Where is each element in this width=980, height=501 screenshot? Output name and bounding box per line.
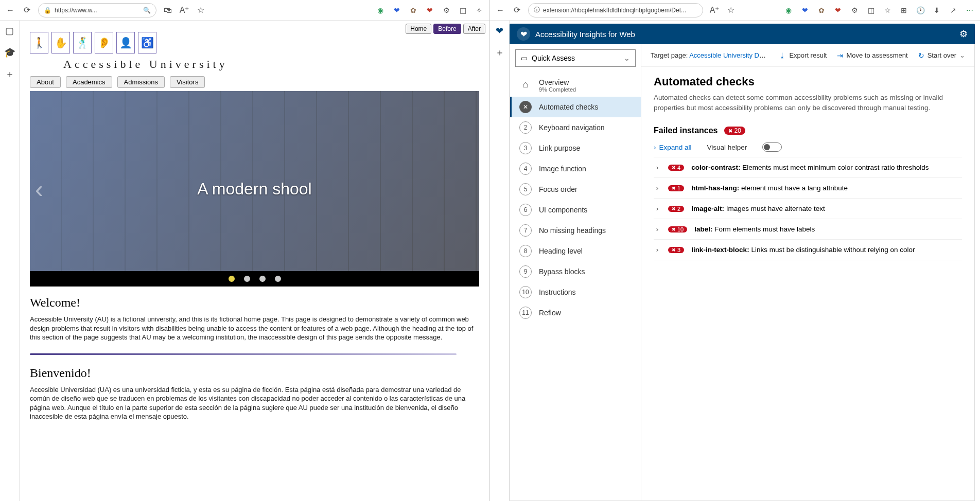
logo-text: Accessible University bbox=[63, 58, 228, 71]
rule-color-contrast[interactable]: ›4color-contrast: Elements must meet min… bbox=[654, 157, 962, 177]
bienvenido-paragraph: Accesible Universidad (UA) es una univer… bbox=[30, 385, 479, 421]
read-aloud-icon[interactable]: A⁺ bbox=[179, 5, 189, 15]
step-label: No missing headings bbox=[539, 226, 606, 235]
assessment-selector[interactable]: ▭ Quick Assess ⌄ bbox=[515, 49, 636, 67]
address-bar[interactable]: ⓘ extension://hbcplehnakffdldhldncjlnbpf… bbox=[528, 3, 703, 17]
nav-step-8[interactable]: 8Heading level bbox=[510, 241, 641, 261]
new-tab-icon[interactable]: ＋ bbox=[494, 46, 506, 59]
share-icon[interactable]: ↗ bbox=[948, 5, 958, 15]
carousel-dot-1[interactable] bbox=[229, 276, 235, 282]
nav-step-2[interactable]: 2Keyboard navigation bbox=[510, 117, 641, 138]
nav-step-9[interactable]: 9Bypass blocks bbox=[510, 261, 641, 282]
ext-green-icon[interactable]: ◉ bbox=[783, 5, 794, 15]
nav-step-1[interactable]: ✕Automated checks bbox=[510, 97, 641, 117]
history-icon[interactable]: 🕑 bbox=[915, 5, 925, 15]
tab-ai-icon[interactable]: ❤ bbox=[494, 25, 506, 37]
downloads-icon[interactable]: ⬇ bbox=[932, 5, 942, 15]
restart-icon: ↻ bbox=[918, 51, 924, 60]
nav-step-3[interactable]: 3Link purpose bbox=[510, 138, 641, 158]
start-over-button[interactable]: ↻Start over⌄ bbox=[918, 51, 965, 60]
step-badge: 4 bbox=[519, 163, 532, 175]
nav-academics[interactable]: Academics bbox=[66, 76, 112, 88]
nav-step-10[interactable]: 10Instructions bbox=[510, 282, 641, 302]
split-icon[interactable]: ◫ bbox=[458, 5, 468, 15]
more-icon[interactable]: ⋯ bbox=[965, 5, 975, 15]
rule-html-has-lang[interactable]: ›1html-has-lang: element must have a lan… bbox=[654, 177, 962, 198]
carousel-dot-4[interactable] bbox=[275, 276, 281, 282]
nav-about[interactable]: About bbox=[30, 76, 61, 88]
rule-label[interactable]: ›10label: Form elements must have labels bbox=[654, 219, 962, 239]
step-label: Automated checks bbox=[539, 103, 598, 111]
ext-green-icon[interactable]: ◉ bbox=[375, 5, 386, 15]
step-badge: 6 bbox=[519, 204, 532, 216]
refresh-icon[interactable]: ⟳ bbox=[512, 5, 522, 15]
nav-step-5[interactable]: 5Focus order bbox=[510, 179, 641, 200]
window-icon: ▭ bbox=[521, 54, 528, 62]
favorite-icon[interactable]: ☆ bbox=[196, 5, 206, 15]
chevron-right-icon: › bbox=[654, 184, 661, 192]
browser-chrome-right: ← ⟳ ⓘ extension://hbcplehnakffdldhldncjl… bbox=[490, 0, 980, 21]
carousel-dot-3[interactable] bbox=[259, 276, 266, 282]
move-icon: ⇥ bbox=[837, 51, 843, 60]
settings-gear-icon[interactable]: ⚙ bbox=[959, 28, 968, 40]
export-label: Export result bbox=[789, 51, 827, 59]
ext-puzzle-icon[interactable]: ⚙ bbox=[441, 5, 451, 15]
nav-overview[interactable]: ⌂Overview9% Completed bbox=[510, 74, 641, 97]
rule-link-in-text-block[interactable]: ›3link-in-text-block: Links must be dist… bbox=[654, 239, 962, 260]
tab-reader-icon[interactable]: 🎓 bbox=[4, 46, 16, 59]
rule-count-badge: 4 bbox=[668, 165, 684, 171]
collections-icon[interactable]: ✧ bbox=[474, 5, 484, 15]
ext-puzzle-icon[interactable]: ⚙ bbox=[849, 5, 860, 15]
export-result-button[interactable]: ⭳Export result bbox=[779, 51, 827, 60]
info-icon: ⓘ bbox=[534, 6, 540, 14]
step-badge: 10 bbox=[519, 286, 532, 298]
ext-heart-icon[interactable]: ❤ bbox=[392, 5, 402, 15]
nav-step-7[interactable]: 7No missing headings bbox=[510, 220, 641, 241]
new-tab-icon[interactable]: ＋ bbox=[4, 68, 16, 80]
split-icon[interactable]: ◫ bbox=[866, 5, 876, 15]
site-content: 🚶 ✋ 🕺 👂 👤 ♿ Accessible University About … bbox=[20, 21, 489, 442]
favorite-icon[interactable]: ☆ bbox=[726, 5, 736, 15]
url-text: https://www.w... bbox=[55, 7, 97, 14]
tab-rail-left: ▢ 🎓 ＋ bbox=[0, 21, 20, 501]
logo-icon-5: 👤 bbox=[116, 32, 135, 53]
step-label: Focus order bbox=[539, 185, 577, 193]
address-bar[interactable]: 🔒 https://www.w... 🔍 bbox=[38, 3, 156, 17]
nav-admissions[interactable]: Admissions bbox=[117, 76, 165, 88]
back-icon[interactable]: ← bbox=[495, 5, 505, 15]
ext-flower-icon[interactable]: ✿ bbox=[408, 5, 418, 15]
ext-red-icon[interactable]: ❤ bbox=[425, 5, 435, 15]
tab-current-icon[interactable]: ▢ bbox=[4, 25, 16, 37]
carousel-prev-icon[interactable]: ‹ bbox=[35, 175, 43, 203]
content-title: Automated checks bbox=[654, 75, 962, 88]
demo-pill-before[interactable]: Before bbox=[433, 24, 461, 34]
back-icon[interactable]: ← bbox=[5, 5, 15, 15]
expand-all-button[interactable]: ›Expand all bbox=[654, 144, 692, 151]
step-label: Link purpose bbox=[539, 144, 580, 152]
demo-pill-home[interactable]: Home bbox=[406, 24, 431, 34]
ext-red-icon[interactable]: ❤ bbox=[833, 5, 843, 15]
visual-helper-label: Visual helper bbox=[707, 144, 747, 151]
demo-pill-after[interactable]: After bbox=[463, 24, 485, 34]
site-nav: About Academics Admissions Visitors bbox=[30, 76, 479, 88]
visual-helper-toggle[interactable] bbox=[762, 142, 782, 152]
ext-flower-icon[interactable]: ✿ bbox=[816, 5, 827, 15]
rule-text: html-has-lang: element must have a lang … bbox=[691, 184, 848, 192]
nav-visitors[interactable]: Visitors bbox=[170, 76, 205, 88]
target-prefix: Target page: bbox=[651, 51, 689, 59]
refresh-icon[interactable]: ⟳ bbox=[22, 5, 32, 15]
collections-icon[interactable]: ⊞ bbox=[899, 5, 909, 15]
ext-heart-icon[interactable]: ❤ bbox=[800, 5, 810, 15]
shopping-icon[interactable]: 🛍 bbox=[163, 5, 173, 15]
nav-step-4[interactable]: 4Image function bbox=[510, 158, 641, 179]
target-link[interactable]: Accessible University Demo Site - Inacce… bbox=[689, 51, 768, 59]
fav-list-icon[interactable]: ☆ bbox=[882, 5, 892, 15]
move-to-assessment-button[interactable]: ⇥Move to assessment bbox=[837, 51, 907, 60]
rule-image-alt[interactable]: ›2image-alt: Images must have alternate … bbox=[654, 198, 962, 219]
read-aloud-icon[interactable]: A⁺ bbox=[709, 5, 720, 15]
rule-count-badge: 10 bbox=[668, 226, 687, 232]
carousel-dot-2[interactable] bbox=[244, 276, 250, 282]
nav-step-11[interactable]: 11Reflow bbox=[510, 302, 641, 323]
start-over-label: Start over bbox=[927, 51, 956, 59]
nav-step-6[interactable]: 6UI components bbox=[510, 200, 641, 220]
